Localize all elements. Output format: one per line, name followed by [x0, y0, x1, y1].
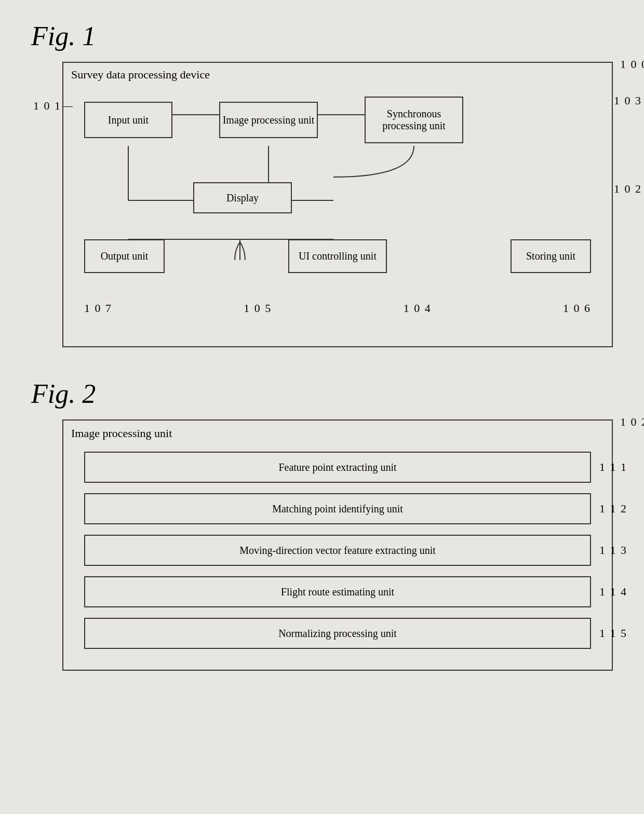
normalizing-label: Normalizing processing unit: [278, 628, 397, 640]
fig2-ref-115: 1 1 5: [599, 627, 627, 640]
fig1-ref-103-label: 1 0 3: [614, 94, 642, 107]
fig2-title: Fig. 2: [31, 378, 613, 409]
box-flight-route: Flight route estimating unit: [84, 576, 591, 607]
fig2-row-113: Moving-direction vector feature extracti…: [84, 535, 591, 566]
fig1-ref-102-label: 1 0 2: [614, 182, 642, 196]
fig2-row-111: Feature point extracting unit 1 1 1: [84, 452, 591, 483]
fig1-ref-101-label: 1 0 1: [33, 99, 61, 113]
fig1-ref-100: 1 0 0: [620, 58, 644, 71]
fig2-section: Fig. 2 Image processing unit 1 0 2 Featu…: [31, 378, 613, 671]
fig2-ref-102: 1 0 2: [620, 415, 644, 429]
fig1-ref-107: 1 0 7: [84, 302, 112, 315]
fig2-row-112: Matching point identifying unit 1 1 2: [84, 493, 591, 524]
box-sync-processing: Synchronous processing unit: [365, 97, 463, 143]
fig2-row-115: Normalizing processing unit 1 1 5: [84, 618, 591, 649]
fig2-device-label: Image processing unit: [71, 427, 172, 440]
ui-controlling-label: UI controlling unit: [299, 250, 377, 262]
fig2-ref-113: 1 1 3: [599, 544, 627, 557]
fig1-outer-box: Survey data processing device 1 0 0 1 0 …: [62, 62, 613, 347]
fig1-ref-101-arrow: —: [63, 101, 73, 112]
fig2-units-list: Feature point extracting unit 1 1 1 Matc…: [84, 452, 591, 649]
input-unit-label: Input unit: [108, 114, 149, 126]
box-ui-controlling: UI controlling unit: [288, 239, 387, 273]
box-moving-direction: Moving-direction vector feature extracti…: [84, 535, 591, 566]
fig2-row-114: Flight route estimating unit 1 1 4: [84, 576, 591, 607]
display-label: Display: [226, 192, 259, 204]
fig1-title: Fig. 1: [31, 21, 613, 51]
fig2-ref-112: 1 1 2: [599, 502, 627, 515]
fig1-ref-104: 1 0 4: [404, 302, 432, 315]
box-display: Display: [193, 182, 292, 213]
flight-route-label: Flight route estimating unit: [281, 586, 394, 598]
box-image-processing: Image processing unit: [219, 102, 318, 138]
box-storing-unit: Storing unit: [511, 239, 591, 273]
sync-proc-label: Synchronous processing unit: [368, 108, 460, 132]
fig1-ref-106: 1 0 6: [563, 302, 591, 315]
box-normalizing: Normalizing processing unit: [84, 618, 591, 649]
fig2-ref-111: 1 1 1: [599, 460, 627, 474]
box-input-unit: Input unit: [84, 102, 172, 138]
fig2-ref-114: 1 1 4: [599, 585, 627, 599]
output-unit-label: Output unit: [101, 250, 149, 262]
image-proc-label: Image processing unit: [223, 114, 315, 126]
fig1-ref-105: 1 0 5: [244, 302, 272, 315]
storing-unit-label: Storing unit: [526, 250, 575, 262]
box-matching-point: Matching point identifying unit: [84, 493, 591, 524]
fig2-outer-box: Image processing unit 1 0 2 Feature poin…: [62, 419, 613, 671]
box-output-unit: Output unit: [84, 239, 165, 273]
feature-point-label: Feature point extracting unit: [278, 462, 396, 473]
moving-direction-label: Moving-direction vector feature extracti…: [239, 545, 436, 557]
box-feature-point: Feature point extracting unit: [84, 452, 591, 483]
matching-point-label: Matching point identifying unit: [272, 503, 403, 515]
fig1-section: Fig. 1 Survey data processing device 1 0…: [31, 21, 613, 347]
